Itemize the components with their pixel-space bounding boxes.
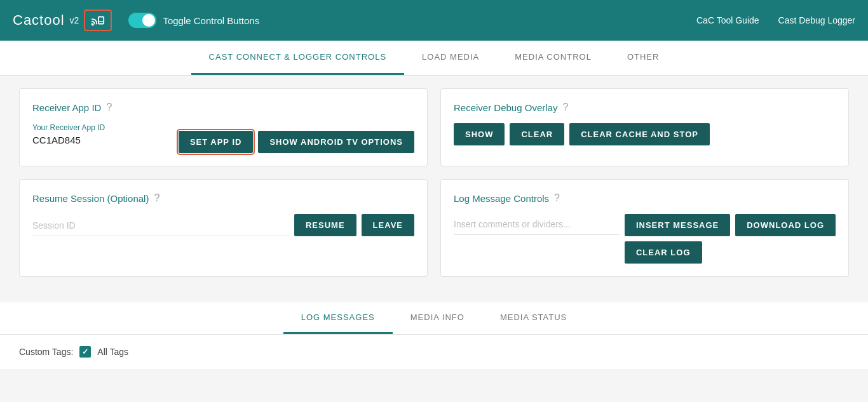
insert-message-button[interactable]: INSERT MESSAGE [625,214,730,236]
tab-load-media[interactable]: LOAD MEDIA [404,41,497,75]
set-app-id-button[interactable]: SET APP ID [179,131,254,153]
log-message-title: Log Message Controls ? [454,192,836,204]
bottom-tab-media-info[interactable]: MEDIA INFO [393,302,482,334]
logo-text: Cactool [13,12,65,29]
receiver-debug-btn-row: SHOW CLEAR CLEAR CACHE AND STOP [454,123,836,145]
svg-rect-0 [98,17,104,24]
resume-btn-row: RESUME LEAVE [294,214,414,236]
bottom-tab-log-messages[interactable]: LOG MESSAGES [283,302,393,334]
receiver-input-row: Your Receiver App ID CC1AD845 SET APP ID… [32,123,414,153]
toggle-control-buttons[interactable] [128,13,156,28]
resume-session-row: RESUME LEAVE [32,214,414,236]
receiver-app-input-label: Your Receiver App ID [32,123,173,132]
custom-tags-section: Custom Tags: All Tags [0,335,868,369]
receiver-debug-title: Receiver Debug Overlay ? [454,102,836,113]
all-tags-checkbox[interactable] [79,346,91,358]
receiver-app-input-value: CC1AD845 [32,135,173,145]
log-message-input[interactable] [454,214,620,235]
session-id-input[interactable] [32,215,289,236]
log-message-help-icon[interactable]: ? [554,192,560,204]
receiver-debug-card: Receiver Debug Overlay ? SHOW CLEAR CLEA… [440,88,849,166]
toggle-label: Toggle Control Buttons [163,15,259,26]
log-btn-row-bottom: CLEAR LOG [625,241,836,264]
resume-session-card: Resume Session (Optional) ? RESUME LEAVE [19,179,428,277]
cast-icon [89,13,107,27]
resume-button[interactable]: RESUME [294,214,356,236]
log-message-row: INSERT MESSAGE DOWNLOAD LOG CLEAR LOG [454,214,836,264]
logo-v2: v2 [70,15,79,25]
tab-media-control[interactable]: MEDIA CONTROL [497,41,609,75]
header-nav: CaC Tool Guide Cast Debug Logger [696,15,855,25]
main-tabs-bar: CAST CONNECT & LOGGER CONTROLS LOAD MEDI… [0,41,868,76]
clear-cache-stop-button[interactable]: CLEAR CACHE AND STOP [569,123,710,145]
show-android-tv-button[interactable]: SHOW ANDROID TV OPTIONS [258,131,414,153]
resume-session-help-icon[interactable]: ? [154,192,159,204]
log-btn-col: INSERT MESSAGE DOWNLOAD LOG CLEAR LOG [625,214,836,264]
receiver-app-help-icon[interactable]: ? [106,102,112,113]
log-message-card: Log Message Controls ? INSERT MESSAGE DO… [440,179,849,277]
receiver-input-group: Your Receiver App ID CC1AD845 [32,123,173,153]
custom-tags-label: Custom Tags: [19,347,73,357]
cac-tool-guide-link[interactable]: CaC Tool Guide [696,15,759,25]
logo: Cactoolv2 [13,10,112,31]
resume-session-title: Resume Session (Optional) ? [32,192,414,204]
clear-debug-button[interactable]: CLEAR [510,123,564,145]
cards-row-bottom: Resume Session (Optional) ? RESUME LEAVE… [19,179,849,277]
header: Cactoolv2 Toggle Control Buttons CaC Too… [0,0,868,41]
receiver-app-id-card: Receiver App ID ? Your Receiver App ID C… [19,88,428,166]
receiver-debug-help-icon[interactable]: ? [562,102,568,113]
cast-debug-logger-link[interactable]: Cast Debug Logger [778,15,855,25]
cast-icon-wrapper[interactable] [84,10,112,31]
all-tags-label: All Tags [97,347,128,357]
receiver-app-btn-row: SET APP ID SHOW ANDROID TV OPTIONS [179,131,414,153]
log-btn-row-top: INSERT MESSAGE DOWNLOAD LOG [625,214,836,236]
download-log-button[interactable]: DOWNLOAD LOG [735,214,836,236]
tab-cast-connect[interactable]: CAST CONNECT & LOGGER CONTROLS [191,41,404,75]
bottom-tabs-bar: LOG MESSAGES MEDIA INFO MEDIA STATUS [0,302,868,335]
bottom-tab-media-status[interactable]: MEDIA STATUS [482,302,585,334]
clear-log-button[interactable]: CLEAR LOG [625,241,702,264]
leave-button[interactable]: LEAVE [362,214,414,236]
main-content: Receiver App ID ? Your Receiver App ID C… [0,76,868,302]
cards-row-top: Receiver App ID ? Your Receiver App ID C… [19,88,849,166]
show-debug-button[interactable]: SHOW [454,123,505,145]
receiver-app-id-title: Receiver App ID ? [32,102,414,113]
tab-other[interactable]: OTHER [609,41,677,75]
toggle-section: Toggle Control Buttons [128,13,259,28]
